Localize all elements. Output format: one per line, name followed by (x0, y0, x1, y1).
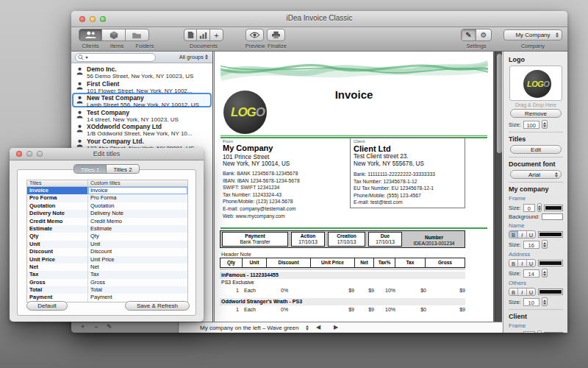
document-font-select[interactable]: Arial (510, 170, 562, 179)
custom-title-cell[interactable]: Net (88, 263, 187, 271)
title-row[interactable]: Credit MemoCredit Memo (27, 218, 187, 225)
reports-button[interactable] (197, 29, 209, 40)
background-color-well[interactable] (542, 213, 563, 220)
save-refresh-button[interactable]: Save & Refresh (125, 301, 190, 311)
stepper-control[interactable] (537, 203, 542, 212)
bold-italic-underline-control[interactable]: BIU (509, 259, 536, 267)
custom-title-cell[interactable]: Unit Price (88, 256, 187, 263)
title-row-selected[interactable]: Invoice Invoice (27, 187, 187, 194)
main-titlebar[interactable]: iDea Invoice Classic (71, 11, 567, 27)
edit-titles-button[interactable]: Edit (510, 145, 562, 154)
client-row[interactable]: Demo Inc. 56 Demo Street, Nw York, NY 10… (72, 64, 212, 79)
others-link[interactable]: Others (509, 280, 563, 286)
custom-title-cell[interactable]: Tax (88, 271, 187, 278)
others-color-well[interactable] (538, 289, 563, 295)
stepper-control[interactable] (542, 240, 548, 249)
custom-title-cell[interactable]: Unit (88, 241, 187, 248)
frame-color-well[interactable] (544, 205, 563, 211)
title-row[interactable]: DiscountDiscount (27, 248, 187, 255)
stepper-control[interactable] (542, 269, 548, 277)
next-template-button[interactable]: ▶ (334, 324, 338, 330)
italic-button[interactable]: I (518, 260, 527, 266)
frame-size-input[interactable]: 0 (523, 204, 535, 212)
title-row[interactable]: QtyQty (27, 233, 187, 240)
previous-template-button[interactable]: ◀ (316, 324, 320, 330)
name-size-input[interactable]: 16 (523, 241, 539, 249)
client-frame-color-well[interactable] (544, 332, 563, 333)
logo-dropzone[interactable]: LOGO (509, 66, 562, 101)
client-row[interactable]: Test Company 14 street, New York, NY 100… (72, 107, 212, 122)
custom-title-cell[interactable]: Total (88, 286, 187, 294)
preferences-button[interactable]: ⚙ (476, 29, 491, 40)
title-row[interactable]: QuotationQuotation (27, 202, 187, 210)
custom-title-cell[interactable]: Qty (88, 233, 187, 240)
client-row[interactable]: First Client 101 Flower Street, New York… (72, 79, 212, 93)
address-color-well[interactable] (538, 260, 563, 266)
client-row[interactable]: XOddworld Company Ltd 1/B Oddworld Stree… (72, 121, 212, 136)
dialog-titlebar[interactable]: Edit titles (10, 148, 204, 160)
title-row[interactable]: Unit PriceUnit Price (27, 256, 187, 263)
title-row[interactable]: TotalTotal (27, 286, 187, 294)
tab-titles-1[interactable]: Titles 1 (74, 165, 107, 173)
underline-button[interactable]: U (527, 260, 536, 266)
search-input[interactable] (75, 53, 156, 62)
title-row[interactable]: NetNet (27, 263, 187, 271)
client-row-selected[interactable]: New Test Company Lamb Street 556, New Yo… (72, 93, 212, 107)
custom-title-cell[interactable]: Delivery Note (88, 210, 187, 217)
italic-button[interactable]: I (518, 231, 527, 238)
title-row[interactable]: GrossGross (27, 279, 187, 286)
preview-scrollbar[interactable] (495, 52, 502, 322)
template-selector-value[interactable]: My company on the left – Wave green (200, 325, 298, 331)
header-custom-titles[interactable]: Custom titles (88, 180, 187, 186)
others-size-input[interactable]: 10 (523, 298, 539, 306)
preview-button[interactable] (245, 29, 264, 41)
bold-italic-underline-control[interactable]: BIU (509, 288, 536, 296)
bold-button[interactable]: B (509, 289, 518, 295)
title-row[interactable]: Delivery NoteDelivery Note (27, 210, 187, 217)
custom-title-cell[interactable]: Discount (88, 248, 187, 255)
title-row[interactable]: UnitUnit (27, 241, 187, 248)
remove-logo-button[interactable]: Remove (510, 109, 562, 118)
custom-title-cell[interactable]: Gross (88, 279, 187, 286)
name-link[interactable]: Name (509, 222, 563, 229)
address-size-input[interactable]: 14 (523, 269, 539, 277)
custom-title-input[interactable]: Invoice (88, 187, 187, 194)
italic-button[interactable]: I (518, 289, 527, 295)
custom-title-cell[interactable]: Quotation (88, 202, 187, 210)
add-client-button[interactable]: + (81, 323, 85, 330)
custom-title-cell[interactable]: Pro Forma (88, 194, 187, 202)
client-frame-size-input[interactable]: 1 (523, 331, 535, 333)
group-filter-select[interactable]: All groups (179, 54, 208, 60)
scrollbar-thumb[interactable] (497, 54, 502, 153)
title-row[interactable]: Pro FormaPro Forma (27, 194, 187, 202)
header-titles[interactable]: Titles (27, 180, 88, 186)
stepper-control[interactable] (542, 297, 548, 306)
edit-mode-button[interactable]: ✎ (462, 29, 476, 40)
folders-button[interactable] (126, 29, 148, 40)
underline-button[interactable]: U (527, 231, 536, 238)
document-button[interactable] (184, 29, 197, 40)
stepper-control[interactable] (542, 120, 548, 129)
template-stepper[interactable] (304, 323, 310, 332)
frame-link[interactable]: Frame (509, 195, 563, 202)
bold-italic-underline-control[interactable]: BIU (509, 230, 536, 238)
tab-titles-2[interactable]: Titles 2 (107, 165, 139, 173)
clients-button[interactable] (79, 29, 102, 40)
bold-button[interactable]: B (509, 231, 518, 238)
company-select[interactable]: My Company (503, 29, 562, 40)
custom-title-cell[interactable]: Credit Memo (88, 218, 187, 225)
address-link[interactable]: Address (509, 251, 563, 258)
finalize-button[interactable] (267, 29, 285, 41)
name-color-well[interactable] (538, 231, 563, 238)
items-button[interactable] (102, 29, 125, 40)
client-frame-link[interactable]: Frame (509, 322, 563, 329)
custom-title-cell[interactable]: Estimate (88, 225, 187, 233)
stepper-control[interactable] (537, 330, 542, 333)
remove-client-button[interactable]: − (94, 323, 98, 330)
title-row[interactable]: TaxTax (27, 271, 187, 278)
new-document-button[interactable]: + (210, 29, 223, 40)
bold-button[interactable]: B (509, 260, 518, 266)
logo-size-input[interactable]: 100 (523, 121, 539, 129)
edit-client-button[interactable]: ✎ (107, 323, 112, 330)
title-row[interactable]: EstimateEstimate (27, 225, 187, 233)
